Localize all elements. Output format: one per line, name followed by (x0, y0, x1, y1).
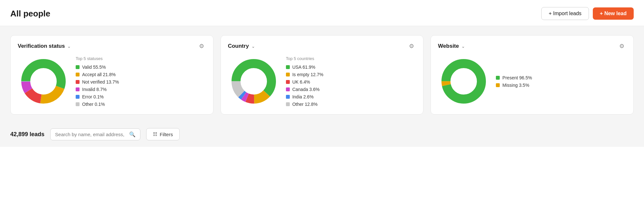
legend-dot-other (76, 102, 80, 106)
leads-count: 42,899 leads (10, 131, 44, 138)
legend-dot-not-verified (76, 80, 80, 84)
chart-title-website: Website (438, 43, 459, 49)
legend-website: Present 96.5% Missing 3.5% (496, 75, 532, 88)
legend-dot-accept-all (76, 73, 80, 76)
legend-label-missing: Missing 3.5% (502, 83, 529, 88)
chevron-down-icon-country[interactable]: ⌄ (251, 44, 255, 49)
page-title: All people (10, 9, 50, 19)
donut-country (228, 56, 279, 107)
legend-item: USA 61.9% (286, 65, 324, 70)
chevron-down-icon[interactable]: ⌄ (67, 44, 71, 49)
gear-icon-verification[interactable]: ⚙ (199, 43, 204, 50)
legend-item: Accept all 21.8% (76, 72, 119, 77)
legend-item: Present 96.5% (496, 75, 532, 80)
legend-dot-missing (496, 83, 500, 87)
chevron-down-icon-website[interactable]: ⌄ (461, 44, 465, 49)
legend-label-invalid: Invalid 8.7% (82, 87, 107, 92)
gear-icon-country[interactable]: ⚙ (409, 43, 414, 50)
legend-verification: Top 5 statuses Valid 55.5% Accept all 21… (76, 56, 119, 107)
chart-header-website: Website ⌄ ⚙ (438, 43, 624, 50)
chart-header-country: Country ⌄ ⚙ (228, 43, 414, 50)
legend-dot-usa (286, 65, 290, 69)
chart-title-row-website: Website ⌄ (438, 43, 465, 49)
legend-title-country: Top 5 countries (286, 56, 324, 61)
legend-item: Not verified 13.7% (76, 79, 119, 85)
legend-label-valid: Valid 55.5% (82, 65, 106, 70)
chart-title-row-country: Country ⌄ (228, 43, 255, 49)
legend-label-error: Error 0.1% (82, 94, 104, 99)
header: All people + Import leads + New lead (0, 0, 644, 26)
svg-point-13 (242, 69, 266, 94)
legend-item: Valid 55.5% (76, 65, 119, 70)
legend-label-is-empty: Is empty 12.7% (292, 72, 324, 77)
legend-label-not-verified: Not verified 13.7% (82, 79, 119, 85)
legend-item: Error 0.1% (76, 94, 119, 99)
content: Verification status ⌄ ⚙ (0, 26, 644, 147)
legend-dot-valid (76, 65, 80, 69)
legend-item: Missing 3.5% (496, 83, 532, 88)
filter-icon: ☷ (153, 131, 157, 137)
legend-dot-error (76, 95, 80, 99)
import-leads-button[interactable]: + Import leads (541, 7, 589, 20)
header-actions: + Import leads + New lead (541, 7, 634, 20)
svg-point-16 (451, 69, 476, 94)
legend-item: Other 0.1% (76, 102, 119, 107)
chart-title-row: Verification status ⌄ (18, 43, 71, 49)
legend-label-india: India 2.6% (292, 94, 314, 99)
donut-verification (18, 56, 69, 107)
legend-label-other: Other 0.1% (82, 102, 105, 107)
legend-country: Top 5 countries USA 61.9% Is empty 12.7%… (286, 56, 324, 107)
legend-label-other-country: Other 12.8% (292, 102, 318, 107)
page-wrapper: All people + Import leads + New lead Ver… (0, 0, 644, 222)
legend-label-uk: UK 6.4% (292, 79, 310, 85)
legend-dot-present (496, 76, 500, 80)
website-card: Website ⌄ ⚙ (431, 35, 634, 115)
legend-dot-canada (286, 87, 290, 91)
legend-item: Invalid 8.7% (76, 87, 119, 92)
legend-title-verification: Top 5 statuses (76, 56, 119, 61)
verification-status-card: Verification status ⌄ ⚙ (10, 35, 213, 115)
country-card: Country ⌄ ⚙ (221, 35, 424, 115)
gear-icon-website[interactable]: ⚙ (619, 43, 624, 50)
search-box[interactable]: 🔍 (50, 128, 140, 140)
filters-label: Filters (160, 132, 173, 137)
legend-item: Other 12.8% (286, 102, 324, 107)
legend-dot-other-country (286, 102, 290, 106)
chart-header-verification: Verification status ⌄ ⚙ (18, 43, 204, 50)
svg-point-6 (31, 69, 56, 94)
chart-body-website: Present 96.5% Missing 3.5% (438, 56, 624, 107)
legend-item: Canada 3.6% (286, 87, 324, 92)
legend-label-present: Present 96.5% (502, 75, 532, 80)
legend-label-accept-all: Accept all 21.8% (82, 72, 116, 77)
legend-dot-india (286, 95, 290, 99)
chart-body-country: Top 5 countries USA 61.9% Is empty 12.7%… (228, 56, 414, 107)
legend-item: India 2.6% (286, 94, 324, 99)
donut-website (438, 56, 489, 107)
legend-dot-is-empty (286, 73, 290, 76)
chart-title-country: Country (228, 43, 249, 49)
legend-label-usa: USA 61.9% (292, 65, 316, 70)
search-icon: 🔍 (129, 131, 136, 137)
legend-item: UK 6.4% (286, 79, 324, 85)
legend-label-canada: Canada 3.6% (292, 87, 320, 92)
chart-body-verification: Top 5 statuses Valid 55.5% Accept all 21… (18, 56, 204, 107)
chart-title-verification: Verification status (18, 43, 65, 49)
search-input[interactable] (55, 132, 126, 137)
legend-dot-uk (286, 80, 290, 84)
bottom-bar: 42,899 leads 🔍 ☷ Filters (10, 124, 634, 140)
new-lead-button[interactable]: + New lead (593, 7, 634, 20)
legend-dot-invalid (76, 87, 80, 91)
charts-row: Verification status ⌄ ⚙ (10, 35, 634, 115)
legend-item: Is empty 12.7% (286, 72, 324, 77)
filters-button[interactable]: ☷ Filters (146, 128, 180, 140)
